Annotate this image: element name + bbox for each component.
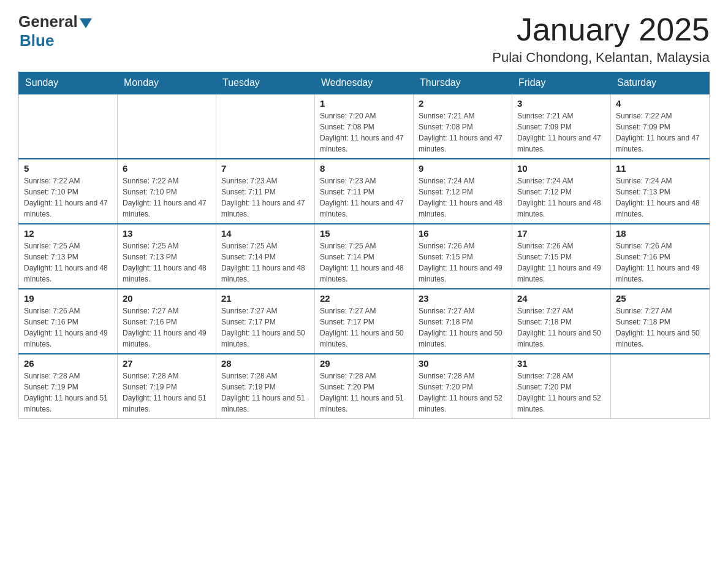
weekday-header-monday: Monday — [118, 72, 216, 94]
weekday-header-saturday: Saturday — [611, 72, 710, 94]
day-info: Sunrise: 7:25 AM Sunset: 7:13 PM Dayligh… — [123, 240, 211, 285]
day-number: 25 — [616, 293, 704, 304]
week-row-1: 1Sunrise: 7:20 AM Sunset: 7:08 PM Daylig… — [19, 94, 710, 159]
day-info: Sunrise: 7:28 AM Sunset: 7:20 PM Dayligh… — [419, 370, 507, 415]
day-info: Sunrise: 7:23 AM Sunset: 7:11 PM Dayligh… — [320, 175, 408, 220]
calendar-cell: 13Sunrise: 7:25 AM Sunset: 7:13 PM Dayli… — [118, 224, 216, 289]
day-info: Sunrise: 7:26 AM Sunset: 7:16 PM Dayligh… — [24, 305, 112, 350]
day-number: 29 — [320, 358, 408, 369]
calendar-cell: 6Sunrise: 7:22 AM Sunset: 7:10 PM Daylig… — [118, 159, 216, 224]
week-row-4: 19Sunrise: 7:26 AM Sunset: 7:16 PM Dayli… — [19, 289, 710, 354]
logo-general-text: General — [18, 12, 78, 31]
calendar-cell: 25Sunrise: 7:27 AM Sunset: 7:18 PM Dayli… — [611, 289, 710, 354]
day-info: Sunrise: 7:22 AM Sunset: 7:10 PM Dayligh… — [24, 175, 112, 220]
day-number: 31 — [517, 358, 605, 369]
calendar-cell — [19, 94, 118, 159]
day-info: Sunrise: 7:25 AM Sunset: 7:14 PM Dayligh… — [320, 240, 408, 285]
day-info: Sunrise: 7:27 AM Sunset: 7:17 PM Dayligh… — [221, 305, 309, 350]
calendar-cell: 20Sunrise: 7:27 AM Sunset: 7:16 PM Dayli… — [118, 289, 216, 354]
calendar-cell: 18Sunrise: 7:26 AM Sunset: 7:16 PM Dayli… — [611, 224, 710, 289]
day-number: 3 — [517, 98, 605, 109]
calendar-cell: 15Sunrise: 7:25 AM Sunset: 7:14 PM Dayli… — [315, 224, 414, 289]
day-info: Sunrise: 7:27 AM Sunset: 7:18 PM Dayligh… — [616, 305, 704, 350]
day-number: 1 — [320, 98, 408, 109]
day-info: Sunrise: 7:26 AM Sunset: 7:15 PM Dayligh… — [517, 240, 605, 285]
day-number: 15 — [320, 228, 408, 239]
calendar-cell: 22Sunrise: 7:27 AM Sunset: 7:17 PM Dayli… — [315, 289, 414, 354]
day-number: 9 — [419, 163, 507, 174]
day-info: Sunrise: 7:21 AM Sunset: 7:08 PM Dayligh… — [419, 110, 507, 155]
day-info: Sunrise: 7:27 AM Sunset: 7:18 PM Dayligh… — [517, 305, 605, 350]
weekday-header-row: SundayMondayTuesdayWednesdayThursdayFrid… — [19, 72, 710, 94]
week-row-5: 26Sunrise: 7:28 AM Sunset: 7:19 PM Dayli… — [19, 354, 710, 419]
day-number: 19 — [24, 293, 112, 304]
calendar-cell: 21Sunrise: 7:27 AM Sunset: 7:17 PM Dayli… — [216, 289, 315, 354]
calendar-cell — [611, 354, 710, 419]
day-info: Sunrise: 7:27 AM Sunset: 7:16 PM Dayligh… — [123, 305, 211, 350]
calendar-cell — [216, 94, 315, 159]
day-number: 5 — [24, 163, 112, 174]
day-info: Sunrise: 7:28 AM Sunset: 7:20 PM Dayligh… — [517, 370, 605, 415]
day-number: 12 — [24, 228, 112, 239]
calendar-cell: 2Sunrise: 7:21 AM Sunset: 7:08 PM Daylig… — [414, 94, 512, 159]
day-info: Sunrise: 7:24 AM Sunset: 7:12 PM Dayligh… — [419, 175, 507, 220]
calendar-cell: 31Sunrise: 7:28 AM Sunset: 7:20 PM Dayli… — [512, 354, 611, 419]
day-number: 23 — [419, 293, 507, 304]
weekday-header-thursday: Thursday — [414, 72, 512, 94]
logo: General Blue — [18, 12, 92, 50]
week-row-3: 12Sunrise: 7:25 AM Sunset: 7:13 PM Dayli… — [19, 224, 710, 289]
day-info: Sunrise: 7:24 AM Sunset: 7:13 PM Dayligh… — [616, 175, 704, 220]
month-title: January 2025 — [492, 12, 710, 47]
day-number: 4 — [616, 98, 704, 109]
calendar-cell: 24Sunrise: 7:27 AM Sunset: 7:18 PM Dayli… — [512, 289, 611, 354]
day-info: Sunrise: 7:22 AM Sunset: 7:09 PM Dayligh… — [616, 110, 704, 155]
day-number: 7 — [221, 163, 309, 174]
calendar-cell: 30Sunrise: 7:28 AM Sunset: 7:20 PM Dayli… — [414, 354, 512, 419]
day-info: Sunrise: 7:28 AM Sunset: 7:19 PM Dayligh… — [221, 370, 309, 415]
calendar-cell: 8Sunrise: 7:23 AM Sunset: 7:11 PM Daylig… — [315, 159, 414, 224]
weekday-header-tuesday: Tuesday — [216, 72, 315, 94]
day-info: Sunrise: 7:28 AM Sunset: 7:19 PM Dayligh… — [123, 370, 211, 415]
calendar-cell: 27Sunrise: 7:28 AM Sunset: 7:19 PM Dayli… — [118, 354, 216, 419]
calendar-cell: 29Sunrise: 7:28 AM Sunset: 7:20 PM Dayli… — [315, 354, 414, 419]
day-number: 11 — [616, 163, 704, 174]
calendar-cell: 12Sunrise: 7:25 AM Sunset: 7:13 PM Dayli… — [19, 224, 118, 289]
day-number: 6 — [123, 163, 211, 174]
calendar-cell — [118, 94, 216, 159]
day-info: Sunrise: 7:26 AM Sunset: 7:16 PM Dayligh… — [616, 240, 704, 285]
week-row-2: 5Sunrise: 7:22 AM Sunset: 7:10 PM Daylig… — [19, 159, 710, 224]
day-number: 2 — [419, 98, 507, 109]
calendar-cell: 11Sunrise: 7:24 AM Sunset: 7:13 PM Dayli… — [611, 159, 710, 224]
day-info: Sunrise: 7:24 AM Sunset: 7:12 PM Dayligh… — [517, 175, 605, 220]
weekday-header-wednesday: Wednesday — [315, 72, 414, 94]
calendar-cell: 23Sunrise: 7:27 AM Sunset: 7:18 PM Dayli… — [414, 289, 512, 354]
calendar-cell: 3Sunrise: 7:21 AM Sunset: 7:09 PM Daylig… — [512, 94, 611, 159]
calendar-cell: 26Sunrise: 7:28 AM Sunset: 7:19 PM Dayli… — [19, 354, 118, 419]
page-header: General Blue January 2025 Pulai Chondong… — [18, 12, 710, 66]
day-number: 16 — [419, 228, 507, 239]
calendar-cell: 4Sunrise: 7:22 AM Sunset: 7:09 PM Daylig… — [611, 94, 710, 159]
logo-blue-text: Blue — [20, 31, 54, 50]
day-number: 28 — [221, 358, 309, 369]
day-number: 26 — [24, 358, 112, 369]
day-info: Sunrise: 7:20 AM Sunset: 7:08 PM Dayligh… — [320, 110, 408, 155]
calendar-table: SundayMondayTuesdayWednesdayThursdayFrid… — [18, 72, 710, 419]
title-section: January 2025 Pulai Chondong, Kelantan, M… — [492, 12, 710, 66]
day-info: Sunrise: 7:23 AM Sunset: 7:11 PM Dayligh… — [221, 175, 309, 220]
day-info: Sunrise: 7:28 AM Sunset: 7:20 PM Dayligh… — [320, 370, 408, 415]
weekday-header-friday: Friday — [512, 72, 611, 94]
calendar-cell: 1Sunrise: 7:20 AM Sunset: 7:08 PM Daylig… — [315, 94, 414, 159]
calendar-cell: 19Sunrise: 7:26 AM Sunset: 7:16 PM Dayli… — [19, 289, 118, 354]
location-title: Pulai Chondong, Kelantan, Malaysia — [492, 50, 710, 66]
day-info: Sunrise: 7:26 AM Sunset: 7:15 PM Dayligh… — [419, 240, 507, 285]
day-number: 21 — [221, 293, 309, 304]
day-number: 10 — [517, 163, 605, 174]
day-number: 30 — [419, 358, 507, 369]
day-info: Sunrise: 7:22 AM Sunset: 7:10 PM Dayligh… — [123, 175, 211, 220]
logo-triangle-icon — [80, 18, 92, 28]
calendar-cell: 7Sunrise: 7:23 AM Sunset: 7:11 PM Daylig… — [216, 159, 315, 224]
day-number: 17 — [517, 228, 605, 239]
day-number: 27 — [123, 358, 211, 369]
calendar-cell: 9Sunrise: 7:24 AM Sunset: 7:12 PM Daylig… — [414, 159, 512, 224]
calendar-cell: 17Sunrise: 7:26 AM Sunset: 7:15 PM Dayli… — [512, 224, 611, 289]
